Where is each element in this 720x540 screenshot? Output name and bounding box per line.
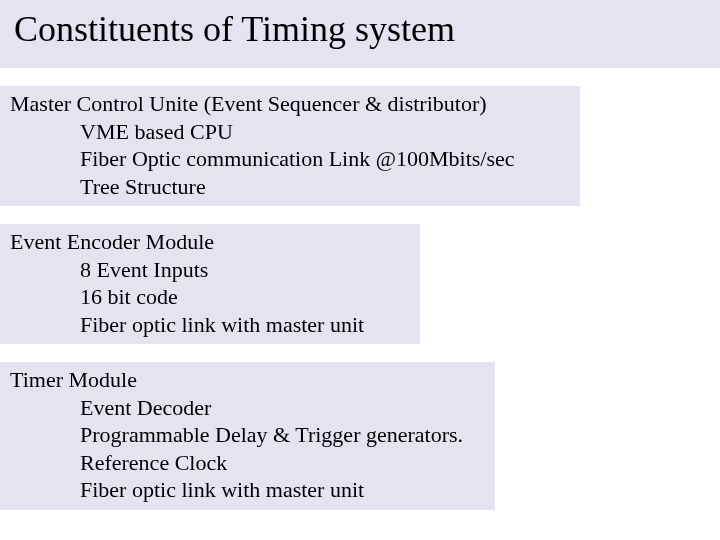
- list-item: 16 bit code: [10, 283, 410, 311]
- section-heading: Master Control Unite (Event Sequencer & …: [10, 90, 570, 118]
- list-item: Event Decoder: [10, 394, 485, 422]
- section-heading: Event Encoder Module: [10, 228, 410, 256]
- list-item: Reference Clock: [10, 449, 485, 477]
- list-item: 8 Event Inputs: [10, 256, 410, 284]
- list-item: Fiber optic link with master unit: [10, 476, 485, 504]
- section-heading: Timer Module: [10, 366, 485, 394]
- section-master-control: Master Control Unite (Event Sequencer & …: [0, 86, 580, 206]
- list-item: VME based CPU: [10, 118, 570, 146]
- content-area: Master Control Unite (Event Sequencer & …: [0, 68, 720, 510]
- list-item: Fiber optic link with master unit: [10, 311, 410, 339]
- section-timer-module: Timer Module Event Decoder Programmable …: [0, 362, 495, 510]
- list-item: Tree Structure: [10, 173, 570, 201]
- list-item: Fiber Optic communication Link @100Mbits…: [10, 145, 570, 173]
- list-item: Programmable Delay & Trigger generators.: [10, 421, 485, 449]
- title-block: Constituents of Timing system: [0, 0, 720, 68]
- section-event-encoder: Event Encoder Module 8 Event Inputs 16 b…: [0, 224, 420, 344]
- page-title: Constituents of Timing system: [14, 8, 706, 50]
